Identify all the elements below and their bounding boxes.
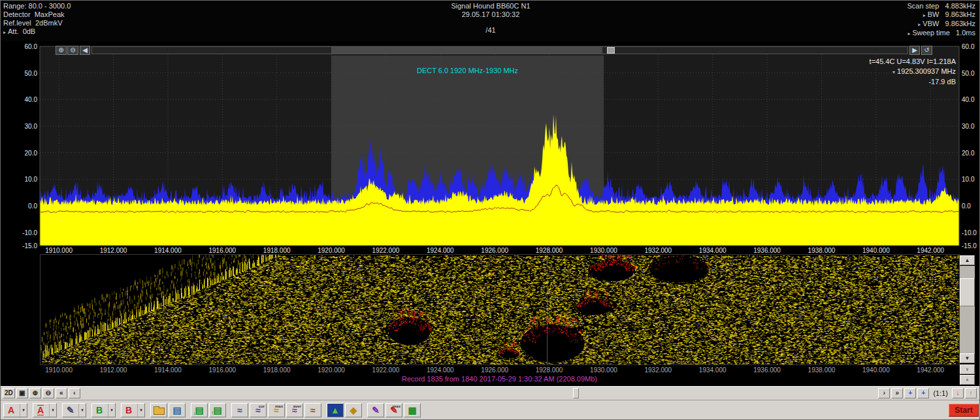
marker-level-readout: -17.9 dB <box>870 77 956 87</box>
trace-mode-label: max <box>393 404 400 408</box>
next-record-button[interactable]: › <box>878 388 890 398</box>
zoom-in-button[interactable]: ⊕ <box>29 388 41 398</box>
marker-frequency-readout: 1925.300937 MHz <box>897 67 956 75</box>
start-button[interactable]: Start <box>949 404 979 417</box>
waterfall-x-tick-label: 1926.000 <box>481 366 508 374</box>
vbw-adjust-icon[interactable]: ▸ <box>918 22 921 27</box>
header-right-readouts: Scan step 4.883kHz ▸BW 9.863kHz ▸VBW 9.8… <box>907 2 975 38</box>
bw-adjust-icon[interactable]: ▸ <box>923 12 926 18</box>
stats-icon: ▦ <box>408 406 416 415</box>
badge-button[interactable]: ◈ <box>345 403 362 417</box>
edit-max-button[interactable]: ✎max <box>385 403 402 417</box>
marker-b-green-button[interactable]: B▾ <box>91 403 116 417</box>
center-view-button[interactable]: + <box>917 388 929 398</box>
all-traces-icon: ≈ <box>310 406 316 415</box>
spectrum-y-tick-label: -10.0 <box>962 229 980 236</box>
all-traces-button[interactable]: ≈ <box>304 403 321 417</box>
zoom-out-button[interactable]: ⊖ <box>42 388 54 398</box>
annotation-icon: A <box>37 405 44 415</box>
spectrum-x-tick-label: 1922.000 <box>372 247 400 254</box>
last-record-button[interactable]: » <box>891 388 903 398</box>
waterfall-x-tick-label: 1912.000 <box>100 366 127 374</box>
scale-ratio-label: (1:1) <box>930 389 951 397</box>
waterfall-page-up-button[interactable]: » <box>960 375 975 385</box>
current-trace-button[interactable]: ≈cur <box>250 403 267 417</box>
toolbar-splitter-handle[interactable] <box>573 388 579 398</box>
zoom-out-button[interactable]: ⊖ <box>67 46 78 55</box>
waterfall-x-tick-label: 1930.000 <box>590 366 617 374</box>
first-record-button[interactable]: « <box>56 388 67 398</box>
spectrum-x-tick-label: 1930.000 <box>590 247 617 254</box>
folder-icon <box>154 408 165 415</box>
traces-view-button[interactable]: ≈ <box>231 403 248 417</box>
waterfall-page-down-button[interactable]: » <box>960 364 975 374</box>
pen-tool-icon: ✎ <box>67 406 74 415</box>
dropdown-arrow-icon[interactable]: ▾ <box>49 404 56 417</box>
records-list-button[interactable]: ▤ <box>169 403 186 417</box>
waterfall-scroll-down-button[interactable]: ▼ <box>960 353 975 363</box>
spectrum-y-tick-label: 50.0 <box>2 70 37 77</box>
zoom-in-button[interactable]: ⊕ <box>56 46 67 55</box>
waterfall-x-tick-label: 1924.000 <box>427 366 454 374</box>
spectrum-y-tick-label: 30.0 <box>2 123 37 130</box>
display-mode-button[interactable]: ▣ <box>16 388 28 398</box>
waterfall-x-tick-label: 1918.000 <box>263 366 291 374</box>
edit-trace-button[interactable]: ✎ <box>367 403 384 417</box>
text-style-button[interactable]: A▾ <box>3 403 27 417</box>
spectrum-x-tick-label: 1936.000 <box>753 247 781 254</box>
waterfall-x-tick-label: 1910.000 <box>45 366 73 374</box>
scroll-left-button[interactable]: ◀ <box>80 46 90 55</box>
reset-zoom-button[interactable]: ↺ <box>921 46 932 55</box>
marker-b-red-button[interactable]: B▾ <box>121 403 145 417</box>
spectrum-x-tick-label: 1910.000 <box>45 247 73 254</box>
average-trace-button[interactable]: ≈aver <box>286 403 303 417</box>
waterfall-x-tick-label: 1916.000 <box>208 366 236 374</box>
scrollbar-track[interactable] <box>91 46 908 54</box>
waterfall-scroll-up-button[interactable]: ▲ <box>960 255 975 265</box>
spectrum-x-tick-label: 1928.000 <box>536 247 563 254</box>
stats-button[interactable]: ▦ <box>404 403 421 417</box>
spectrum-zoom-scrollbar: ⊕ ⊖ ◀ ▶ ↺ <box>1 46 980 56</box>
scroll-right-button[interactable]: ▶ <box>909 46 920 55</box>
sweep-adjust-icon[interactable]: ▸ <box>907 31 910 37</box>
waterfall-x-tick-label: 1936.000 <box>753 366 781 374</box>
shift-down-button[interactable]: ↓ <box>952 388 964 398</box>
spectrum-x-tick-label: 1912.000 <box>100 247 127 254</box>
pen-tool-button[interactable]: ✎▾ <box>62 403 86 417</box>
waterfall-scrollbar-thumb[interactable] <box>960 278 975 306</box>
palette-icon: ▲ <box>331 406 340 415</box>
navigation-toolbar-left: 2D▣⊕⊖«‹ <box>3 388 80 398</box>
waterfall-x-tick-label: 1942.000 <box>917 366 944 374</box>
spectrum-y-tick-label: -15.0 <box>2 242 37 250</box>
dropdown-arrow-icon[interactable]: ▾ <box>108 404 115 417</box>
navigation-toolbar: 2D▣⊕⊖«‹ ›»++(1:1)↓↑ <box>1 386 980 400</box>
spectrum-x-tick-label: 1942.000 <box>917 247 944 254</box>
spectrum-x-tick-label: 1940.000 <box>862 247 890 254</box>
header-bar: Range: 80.0 - 3000.0 Detector MaxPeak Re… <box>1 1 980 41</box>
prev-record-button[interactable]: ‹ <box>69 388 80 398</box>
records-list-icon: ▤ <box>172 406 181 415</box>
export-record-button[interactable]: ▤↑ <box>209 403 226 417</box>
palette-button[interactable]: ▲ <box>327 403 344 417</box>
scrollbar-thumb[interactable] <box>607 47 615 54</box>
dropdown-arrow-icon[interactable]: ▾ <box>137 404 144 417</box>
navigation-toolbar-right: ›»++(1:1)↓↑ <box>878 388 977 398</box>
trace-mode-label: aver <box>293 404 301 408</box>
dropdown-arrow-icon[interactable]: ▾ <box>20 404 27 417</box>
annotation-button[interactable]: A▾ <box>33 403 57 417</box>
pan-mode-button[interactable]: + <box>904 388 916 398</box>
import-record-button[interactable]: ▤↓ <box>191 403 208 417</box>
spectrum-y-tick-label: -15.0 <box>962 242 980 250</box>
shift-up-button[interactable]: ↑ <box>965 388 977 398</box>
waterfall-x-tick-label: 1940.000 <box>862 366 890 374</box>
waterfall-display[interactable] <box>1 254 980 365</box>
band-label: DECT 6.0 1920 MHz-1930 MHz <box>331 67 604 74</box>
traces-view-icon: ≈ <box>237 406 242 415</box>
text-style-icon: A <box>8 406 14 415</box>
datetime-readout: 29.05.17 01:30:32 <box>1 10 980 19</box>
sweep-time-readout: Sweep time 1.0ms <box>912 29 975 37</box>
open-folder-button[interactable] <box>150 403 167 417</box>
max-trace-button[interactable]: ≈max <box>268 403 285 417</box>
mode-2d-button[interactable]: 2D <box>3 388 15 398</box>
dropdown-arrow-icon[interactable]: ▾ <box>78 404 86 417</box>
